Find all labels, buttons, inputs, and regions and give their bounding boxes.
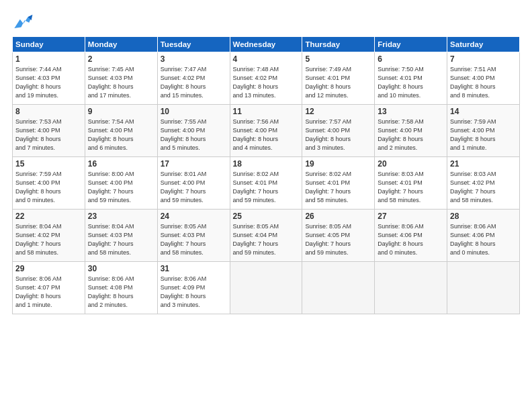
day-cell: 12Sunrise: 7:57 AMSunset: 4:00 PMDayligh… bbox=[302, 105, 375, 157]
day-number: 20 bbox=[378, 159, 444, 169]
day-detail: Sunrise: 8:03 AMSunset: 4:02 PMDaylight:… bbox=[450, 170, 517, 205]
col-header-sunday: Sunday bbox=[13, 37, 85, 52]
day-detail: Sunrise: 7:50 AMSunset: 4:01 PMDaylight:… bbox=[378, 65, 444, 100]
day-number: 31 bbox=[161, 264, 227, 273]
day-number: 7 bbox=[450, 54, 517, 64]
day-number: 8 bbox=[15, 107, 82, 116]
day-cell: 26Sunrise: 8:05 AMSunset: 4:05 PMDayligh… bbox=[302, 210, 375, 262]
day-number: 6 bbox=[378, 54, 444, 64]
day-number: 5 bbox=[305, 54, 371, 64]
day-detail: Sunrise: 8:04 AMSunset: 4:02 PMDaylight:… bbox=[15, 222, 82, 257]
day-cell: 15Sunrise: 7:59 AMSunset: 4:00 PMDayligh… bbox=[13, 157, 85, 210]
week-row-2: 8Sunrise: 7:53 AMSunset: 4:00 PMDaylight… bbox=[13, 105, 520, 157]
day-cell: 5Sunrise: 7:49 AMSunset: 4:01 PMDaylight… bbox=[302, 52, 375, 105]
day-cell: 27Sunrise: 8:06 AMSunset: 4:06 PMDayligh… bbox=[375, 210, 447, 262]
day-number: 2 bbox=[88, 54, 154, 64]
day-cell: 2Sunrise: 7:45 AMSunset: 4:03 PMDaylight… bbox=[85, 52, 157, 105]
calendar-header-row: SundayMondayTuesdayWednesdayThursdayFrid… bbox=[13, 37, 520, 52]
day-cell: 20Sunrise: 8:03 AMSunset: 4:01 PMDayligh… bbox=[375, 157, 447, 210]
day-cell: 16Sunrise: 8:00 AMSunset: 4:00 PMDayligh… bbox=[85, 157, 157, 210]
day-cell: 8Sunrise: 7:53 AMSunset: 4:00 PMDaylight… bbox=[13, 105, 85, 157]
day-cell: 30Sunrise: 8:06 AMSunset: 4:08 PMDayligh… bbox=[85, 262, 157, 314]
day-cell: 7Sunrise: 7:51 AMSunset: 4:00 PMDaylight… bbox=[447, 52, 520, 105]
day-number: 23 bbox=[88, 212, 154, 221]
day-number: 22 bbox=[15, 212, 82, 221]
day-number: 15 bbox=[15, 159, 82, 169]
day-detail: Sunrise: 8:05 AMSunset: 4:03 PMDaylight:… bbox=[161, 222, 227, 257]
day-number: 17 bbox=[161, 159, 227, 169]
day-cell: 4Sunrise: 7:48 AMSunset: 4:02 PMDaylight… bbox=[230, 52, 302, 105]
day-detail: Sunrise: 7:56 AMSunset: 4:00 PMDaylight:… bbox=[233, 118, 300, 152]
day-cell: 25Sunrise: 8:05 AMSunset: 4:04 PMDayligh… bbox=[230, 210, 302, 262]
day-number: 1 bbox=[15, 54, 82, 64]
day-detail: Sunrise: 7:55 AMSunset: 4:00 PMDaylight:… bbox=[161, 118, 227, 152]
header bbox=[12, 12, 520, 31]
day-cell bbox=[375, 262, 447, 314]
day-detail: Sunrise: 8:06 AMSunset: 4:06 PMDaylight:… bbox=[378, 222, 444, 257]
day-detail: Sunrise: 7:48 AMSunset: 4:02 PMDaylight:… bbox=[233, 65, 300, 100]
day-detail: Sunrise: 8:00 AMSunset: 4:00 PMDaylight:… bbox=[88, 170, 154, 205]
day-cell: 23Sunrise: 8:04 AMSunset: 4:03 PMDayligh… bbox=[85, 210, 157, 262]
calendar-table: SundayMondayTuesdayWednesdayThursdayFrid… bbox=[12, 36, 520, 314]
day-number: 24 bbox=[161, 212, 227, 221]
day-number: 21 bbox=[450, 159, 517, 169]
day-detail: Sunrise: 8:01 AMSunset: 4:00 PMDaylight:… bbox=[161, 170, 227, 205]
day-number: 19 bbox=[305, 159, 371, 169]
day-number: 10 bbox=[161, 107, 227, 116]
day-number: 9 bbox=[88, 107, 154, 116]
day-number: 27 bbox=[378, 212, 444, 221]
day-detail: Sunrise: 7:44 AMSunset: 4:03 PMDaylight:… bbox=[15, 65, 82, 100]
day-cell: 3Sunrise: 7:47 AMSunset: 4:02 PMDaylight… bbox=[157, 52, 230, 105]
day-cell: 28Sunrise: 8:06 AMSunset: 4:06 PMDayligh… bbox=[447, 210, 520, 262]
day-number: 26 bbox=[305, 212, 371, 221]
day-detail: Sunrise: 7:47 AMSunset: 4:02 PMDaylight:… bbox=[161, 65, 227, 100]
day-cell: 11Sunrise: 7:56 AMSunset: 4:00 PMDayligh… bbox=[230, 105, 302, 157]
day-cell: 9Sunrise: 7:54 AMSunset: 4:00 PMDaylight… bbox=[85, 105, 157, 157]
col-header-friday: Friday bbox=[375, 37, 447, 52]
day-detail: Sunrise: 7:59 AMSunset: 4:00 PMDaylight:… bbox=[15, 170, 82, 205]
day-cell: 29Sunrise: 8:06 AMSunset: 4:07 PMDayligh… bbox=[13, 262, 85, 314]
day-detail: Sunrise: 7:49 AMSunset: 4:01 PMDaylight:… bbox=[305, 65, 371, 100]
day-cell: 18Sunrise: 8:02 AMSunset: 4:01 PMDayligh… bbox=[230, 157, 302, 210]
page: SundayMondayTuesdayWednesdayThursdayFrid… bbox=[0, 0, 532, 411]
week-row-4: 22Sunrise: 8:04 AMSunset: 4:02 PMDayligh… bbox=[13, 210, 520, 262]
day-cell: 22Sunrise: 8:04 AMSunset: 4:02 PMDayligh… bbox=[13, 210, 85, 262]
col-header-wednesday: Wednesday bbox=[230, 37, 302, 52]
day-detail: Sunrise: 8:05 AMSunset: 4:04 PMDaylight:… bbox=[233, 222, 300, 257]
day-number: 12 bbox=[305, 107, 371, 116]
day-number: 3 bbox=[161, 54, 227, 64]
day-number: 11 bbox=[233, 107, 300, 116]
week-row-5: 29Sunrise: 8:06 AMSunset: 4:07 PMDayligh… bbox=[13, 262, 520, 314]
day-number: 28 bbox=[450, 212, 517, 221]
day-number: 25 bbox=[233, 212, 300, 221]
day-detail: Sunrise: 7:45 AMSunset: 4:03 PMDaylight:… bbox=[88, 65, 154, 100]
day-cell: 14Sunrise: 7:59 AMSunset: 4:00 PMDayligh… bbox=[447, 105, 520, 157]
day-detail: Sunrise: 8:02 AMSunset: 4:01 PMDaylight:… bbox=[305, 170, 371, 205]
day-cell bbox=[302, 262, 375, 314]
day-cell: 13Sunrise: 7:58 AMSunset: 4:00 PMDayligh… bbox=[375, 105, 447, 157]
day-detail: Sunrise: 8:04 AMSunset: 4:03 PMDaylight:… bbox=[88, 222, 154, 257]
day-detail: Sunrise: 8:06 AMSunset: 4:08 PMDaylight:… bbox=[88, 275, 154, 310]
day-cell: 6Sunrise: 7:50 AMSunset: 4:01 PMDaylight… bbox=[375, 52, 447, 105]
day-number: 29 bbox=[15, 264, 82, 273]
day-cell: 21Sunrise: 8:03 AMSunset: 4:02 PMDayligh… bbox=[447, 157, 520, 210]
day-number: 30 bbox=[88, 264, 154, 273]
day-detail: Sunrise: 7:53 AMSunset: 4:00 PMDaylight:… bbox=[15, 118, 82, 152]
day-detail: Sunrise: 8:06 AMSunset: 4:06 PMDaylight:… bbox=[450, 222, 517, 257]
day-detail: Sunrise: 7:59 AMSunset: 4:00 PMDaylight:… bbox=[450, 118, 517, 152]
logo-icon bbox=[12, 12, 34, 31]
day-detail: Sunrise: 7:54 AMSunset: 4:00 PMDaylight:… bbox=[88, 118, 154, 152]
day-detail: Sunrise: 7:57 AMSunset: 4:00 PMDaylight:… bbox=[305, 118, 371, 152]
col-header-saturday: Saturday bbox=[447, 37, 520, 52]
day-detail: Sunrise: 7:51 AMSunset: 4:00 PMDaylight:… bbox=[450, 65, 517, 100]
week-row-1: 1Sunrise: 7:44 AMSunset: 4:03 PMDaylight… bbox=[13, 52, 520, 105]
day-cell bbox=[230, 262, 302, 314]
day-cell: 31Sunrise: 8:06 AMSunset: 4:09 PMDayligh… bbox=[157, 262, 230, 314]
day-detail: Sunrise: 8:03 AMSunset: 4:01 PMDaylight:… bbox=[378, 170, 444, 205]
col-header-tuesday: Tuesday bbox=[157, 37, 230, 52]
day-cell: 17Sunrise: 8:01 AMSunset: 4:00 PMDayligh… bbox=[157, 157, 230, 210]
day-detail: Sunrise: 8:06 AMSunset: 4:09 PMDaylight:… bbox=[161, 275, 227, 310]
day-cell: 24Sunrise: 8:05 AMSunset: 4:03 PMDayligh… bbox=[157, 210, 230, 262]
day-detail: Sunrise: 7:58 AMSunset: 4:00 PMDaylight:… bbox=[378, 118, 444, 152]
day-number: 4 bbox=[233, 54, 300, 64]
